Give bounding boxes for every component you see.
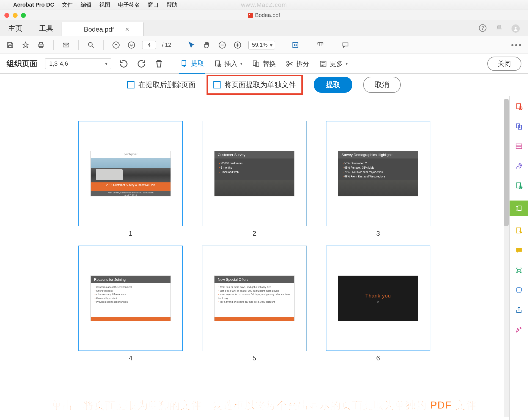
- pdf-icon: [248, 13, 253, 18]
- separate-files-label: 将页面提取为单独文件: [224, 80, 296, 90]
- main-toolbar: / 12 59.1% •••: [0, 36, 528, 54]
- export-pdf-icon[interactable]: [514, 181, 524, 191]
- delete-after-checkbox[interactable]: 在提取后删除页面: [127, 80, 196, 90]
- tab-close-icon[interactable]: ✕: [125, 26, 130, 33]
- page-thumbnail[interactable]: New Special OffersRent four or more days…: [202, 246, 307, 351]
- sign-icon[interactable]: [514, 161, 524, 171]
- search-icon[interactable]: [86, 40, 96, 50]
- page-up-icon[interactable]: [111, 40, 121, 50]
- notifications-icon[interactable]: [495, 24, 503, 33]
- rotate-ccw-icon[interactable]: [119, 59, 129, 69]
- comment-tool-icon[interactable]: [514, 246, 524, 255]
- menu-window[interactable]: 窗口: [148, 1, 159, 9]
- tab-home[interactable]: 主页: [0, 21, 31, 36]
- help-icon[interactable]: ?: [479, 24, 487, 33]
- zoom-select[interactable]: 59.1%: [248, 41, 275, 49]
- page-thumbnails-area[interactable]: point2point2018 Customer Survey & Incent…: [0, 96, 509, 420]
- menu-view[interactable]: 视图: [99, 1, 110, 9]
- page-down-icon[interactable]: [127, 40, 136, 50]
- replace-button[interactable]: 替换: [251, 58, 277, 70]
- scan-ocr-icon[interactable]: [514, 265, 524, 275]
- send-comments-icon[interactable]: [514, 226, 524, 236]
- window-close-button[interactable]: [4, 13, 9, 18]
- insert-button[interactable]: 插入▾: [213, 58, 243, 70]
- scrollbar[interactable]: [504, 99, 509, 417]
- svg-rect-5: [39, 42, 43, 44]
- delete-icon[interactable]: [154, 59, 164, 69]
- zoom-out-icon[interactable]: [218, 40, 227, 50]
- svg-rect-30: [518, 206, 521, 210]
- traffic-lights: [4, 13, 26, 18]
- page-total-label: / 12: [162, 42, 171, 48]
- separate-files-checkbox[interactable]: 将页面提取为单独文件: [213, 80, 296, 90]
- extract-options-bar: 在提取后删除页面 将页面提取为单独文件 提取 取消: [0, 74, 528, 96]
- scrollbar-thumb[interactable]: [504, 99, 509, 226]
- more-button[interactable]: 更多▾: [318, 58, 349, 70]
- selection-tool-icon[interactable]: [187, 40, 196, 50]
- organize-toolbar: 组织页面 1,3-4,6 提取 插入▾ 替换 拆分 更多▾ 关闭: [0, 54, 528, 74]
- app-name[interactable]: Acrobat Pro DC: [13, 2, 54, 8]
- tab-bar: 主页 工具 Bodea.pdf ✕ ?: [0, 21, 528, 36]
- cancel-button[interactable]: 取消: [363, 77, 401, 93]
- svg-point-9: [113, 42, 119, 48]
- share-icon[interactable]: [514, 305, 524, 315]
- split-label: 拆分: [296, 59, 309, 68]
- close-organize-button[interactable]: 关闭: [487, 57, 521, 71]
- scissors-icon: [286, 60, 293, 68]
- extract-button[interactable]: 提取: [179, 57, 205, 74]
- watermark-text: www.MacZ.com: [241, 1, 287, 9]
- thumbnail-cell: Customer Survey22,000 customers6 monthsE…: [202, 121, 307, 237]
- extract-confirm-button[interactable]: 提取: [314, 77, 352, 93]
- fit-width-icon[interactable]: [291, 40, 300, 50]
- more-list-icon: [319, 60, 327, 68]
- thumbnail-cell: point2point2018 Customer Survey & Incent…: [78, 121, 183, 237]
- split-button[interactable]: 拆分: [285, 58, 310, 70]
- comment-icon[interactable]: [341, 40, 350, 50]
- more-label: 更多: [330, 59, 343, 68]
- highlighted-option: 将页面提取为单独文件: [207, 75, 303, 95]
- page-thumbnail[interactable]: point2point2018 Customer Survey & Incent…: [78, 121, 183, 226]
- checkbox-icon: [127, 81, 134, 88]
- svg-rect-14: [182, 61, 186, 66]
- menu-file[interactable]: 文件: [62, 1, 73, 9]
- fill-sign-icon[interactable]: [514, 325, 524, 335]
- svg-rect-31: [516, 228, 520, 233]
- rotate-cw-icon[interactable]: [136, 59, 146, 69]
- svg-rect-32: [518, 269, 520, 271]
- edit-pdf-icon[interactable]: [514, 141, 524, 151]
- svg-text:?: ?: [481, 25, 484, 31]
- window-minimize-button[interactable]: [13, 13, 18, 18]
- page-number-input[interactable]: [142, 41, 156, 49]
- organize-title: 组织页面: [7, 59, 37, 69]
- window-zoom-button[interactable]: [21, 13, 26, 18]
- insert-icon: [214, 60, 222, 68]
- thumbnail-cell: Survey Demographics Highlights55% Genera…: [326, 121, 430, 237]
- star-icon[interactable]: [21, 40, 30, 50]
- right-tools-panel: [509, 96, 528, 420]
- tab-tools[interactable]: 工具: [31, 21, 62, 36]
- page-thumbnail[interactable]: Reasons for JoiningConcerns about the en…: [78, 246, 183, 351]
- page-range-select[interactable]: 1,3-4,6: [45, 58, 111, 69]
- page-number-label: 2: [252, 230, 256, 237]
- page-thumbnail[interactable]: Customer Survey22,000 customers6 monthsE…: [202, 121, 307, 226]
- print-icon[interactable]: [36, 40, 46, 50]
- zoom-value: 59.1%: [252, 42, 268, 48]
- page-thumbnail[interactable]: Survey Demographics Highlights55% Genera…: [326, 121, 430, 226]
- save-icon[interactable]: [6, 40, 15, 50]
- tab-active-document[interactable]: Bodea.pdf ✕: [62, 22, 144, 36]
- more-tools-icon[interactable]: •••: [511, 41, 522, 49]
- hand-tool-icon[interactable]: [202, 40, 211, 50]
- toggle-panel-icon[interactable]: [316, 40, 325, 50]
- combine-files-icon[interactable]: [514, 121, 524, 131]
- page-number-label: 5: [252, 354, 256, 362]
- protect-icon[interactable]: [514, 285, 524, 295]
- account-avatar[interactable]: [512, 24, 520, 33]
- zoom-in-icon[interactable]: [233, 40, 242, 50]
- menu-help[interactable]: 帮助: [166, 1, 177, 9]
- email-icon[interactable]: [61, 40, 71, 50]
- organize-pages-icon[interactable]: [510, 201, 528, 216]
- menu-edit[interactable]: 编辑: [81, 1, 92, 9]
- page-thumbnail[interactable]: Thank you⊕: [326, 246, 430, 351]
- create-pdf-icon[interactable]: [514, 102, 524, 112]
- menu-sign[interactable]: 电子签名: [118, 1, 140, 9]
